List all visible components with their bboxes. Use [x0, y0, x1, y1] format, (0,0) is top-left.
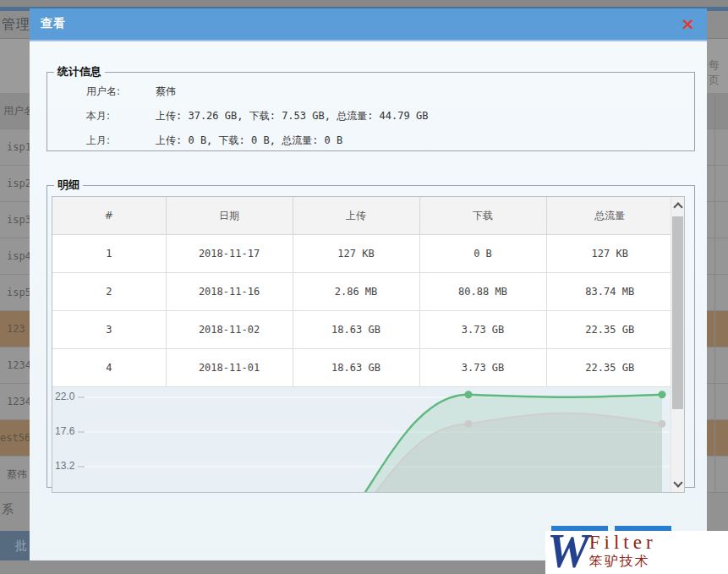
stat-label: 上月: [86, 128, 156, 153]
bg-table-row: isp5 [0, 275, 30, 311]
background-top-strip [0, 0, 728, 7]
bg-table-row: isp2 [0, 166, 30, 202]
stat-row-last-month: 上月:上传: 0 B, 下载: 0 B, 总流量: 0 B [47, 128, 694, 153]
detail-table: # 日期 上传 下载 总流量 1 2018-11-17 127 KB 0 B 1… [52, 197, 673, 387]
stat-value: 蔡伟 [156, 85, 176, 97]
col-header-download: 下载 [419, 197, 546, 235]
bg-table-row: 蔡伟 [0, 456, 30, 493]
scroll-down-icon[interactable] [671, 477, 684, 490]
logo-subtitle: 笨驴技术 [589, 553, 657, 570]
stats-fieldset: 统计信息 用户名:蔡伟 本月:上传: 37.26 GB, 下载: 7.53 GB… [47, 64, 695, 151]
bg-table-row: isp4 [0, 238, 30, 275]
chart-canvas [52, 387, 673, 493]
stat-label: 用户名: [86, 79, 156, 104]
detail-fieldset: 明细 # 日期 上传 下载 总流量 1 2018-11-17 [47, 178, 695, 488]
table-row: 2 2018-11-16 2.86 MB 80.88 MB 83.74 MB [52, 273, 673, 311]
background-text-fragment: 系 [2, 502, 14, 517]
scrollbar-thumb[interactable] [672, 216, 683, 409]
batch-button[interactable]: 批 [0, 531, 30, 560]
tab-management: 管理 [2, 16, 30, 34]
stat-row-username: 用户名:蔡伟 [47, 79, 694, 104]
detail-scroll-area: # 日期 上传 下载 总流量 1 2018-11-17 127 KB 0 B 1… [52, 196, 685, 493]
table-row: 4 2018-11-01 18.63 GB 3.73 GB 22.35 GB [52, 349, 673, 387]
bg-column-header: 用户名 [0, 93, 30, 129]
bg-table-row-selected: est56 [0, 420, 30, 456]
table-row: 3 2018-11-02 18.63 GB 3.73 GB 22.35 GB [52, 311, 673, 349]
stats-legend: 统计信息 [54, 64, 105, 79]
dialog-body: 统计信息 用户名:蔡伟 本月:上传: 37.26 GB, 下载: 7.53 GB… [30, 64, 707, 488]
scroll-up-icon[interactable] [671, 199, 684, 212]
col-header-index: # [52, 197, 166, 235]
wfilter-logo: W Filter 笨驴技术 [545, 531, 728, 574]
dialog-titlebar[interactable]: 查看 × [30, 8, 707, 41]
col-header-upload: 上传 [293, 197, 419, 235]
bg-grid-line [714, 93, 715, 493]
detail-legend: 明细 [54, 178, 83, 193]
background-table-right-edge [707, 93, 728, 493]
col-header-total: 总流量 [546, 197, 673, 235]
view-dialog: 查看 × 统计信息 用户名:蔡伟 本月:上传: 37.26 GB, 下载: 7.… [30, 8, 707, 560]
bg-table-row: isp1 [0, 129, 30, 166]
table-row: 1 2018-11-17 127 KB 0 B 127 KB [52, 235, 673, 273]
dialog-title: 查看 [41, 16, 66, 31]
bg-table-row-selected: 123 [0, 311, 30, 347]
table-header-row: # 日期 上传 下载 总流量 [52, 197, 673, 235]
logo-name: Filter [589, 533, 657, 553]
page-background: 管理 每页 用户名 isp1 isp2 isp3 isp4 isp5 123 1… [0, 0, 728, 574]
bg-table-row: isp3 [0, 202, 30, 238]
stat-value: 上传: 37.26 GB, 下载: 7.53 GB, 总流量: 44.79 GB [156, 110, 428, 122]
bg-table-row: 12345 [0, 384, 30, 420]
col-header-date: 日期 [166, 197, 293, 235]
bg-table-row: 1234 [0, 347, 30, 384]
per-page-label: 每页 [709, 57, 728, 88]
traffic-chart: 22.0 17.6 13.2 8.8 [52, 387, 673, 493]
stat-label: 本月: [86, 104, 156, 128]
background-table-left-edge: 用户名 isp1 isp2 isp3 isp4 isp5 123 1234 12… [0, 93, 30, 493]
logo-w-glyph: W [547, 531, 586, 571]
vertical-scrollbar[interactable] [671, 197, 684, 492]
close-icon[interactable]: × [681, 14, 695, 34]
stat-value: 上传: 0 B, 下载: 0 B, 总流量: 0 B [156, 134, 342, 146]
stat-row-this-month: 本月:上传: 37.26 GB, 下载: 7.53 GB, 总流量: 44.79… [47, 104, 694, 128]
